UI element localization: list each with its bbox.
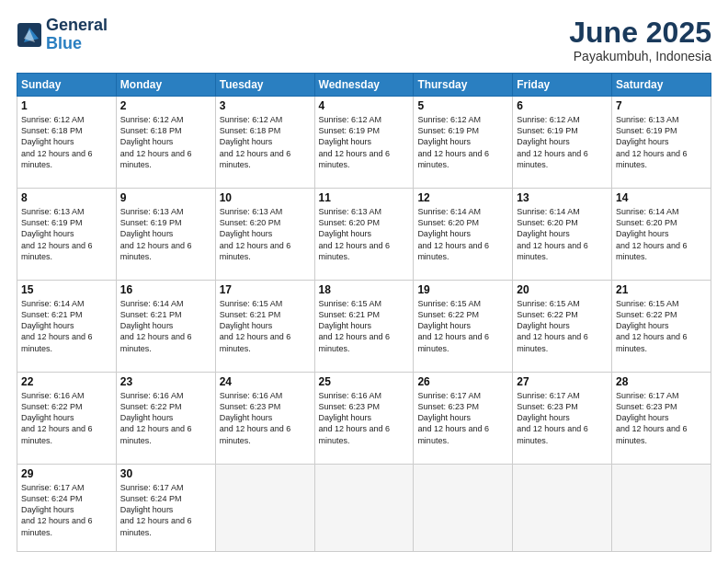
col-monday: Monday [116, 74, 215, 97]
day-number: 10 [220, 191, 311, 204]
table-row: 20 Sunrise: 6:15 AM Sunset: 6:22 PM Dayl… [513, 281, 612, 373]
day-info: Sunrise: 6:15 AM Sunset: 6:22 PM Dayligh… [417, 298, 508, 354]
day-info: Sunrise: 6:17 AM Sunset: 6:23 PM Dayligh… [616, 390, 707, 446]
table-row: 17 Sunrise: 6:15 AM Sunset: 6:21 PM Dayl… [215, 281, 314, 373]
table-row: 13 Sunrise: 6:14 AM Sunset: 6:20 PM Dayl… [513, 189, 612, 281]
table-row: 6 Sunrise: 6:12 AM Sunset: 6:19 PM Dayli… [513, 97, 612, 189]
day-number: 18 [319, 283, 410, 296]
table-row: 29 Sunrise: 6:17 AM Sunset: 6:24 PM Dayl… [17, 464, 117, 551]
table-row: 4 Sunrise: 6:12 AM Sunset: 6:19 PM Dayli… [314, 97, 414, 189]
day-number: 23 [120, 375, 211, 388]
col-sunday: Sunday [17, 74, 117, 97]
day-info: Sunrise: 6:12 AM Sunset: 6:18 PM Dayligh… [120, 114, 211, 170]
day-number: 11 [319, 191, 410, 204]
day-number: 3 [220, 99, 311, 112]
table-row: 7 Sunrise: 6:13 AM Sunset: 6:19 PM Dayli… [612, 97, 711, 189]
table-row: 2 Sunrise: 6:12 AM Sunset: 6:18 PM Dayli… [116, 97, 215, 189]
day-info: Sunrise: 6:13 AM Sunset: 6:19 PM Dayligh… [616, 114, 707, 170]
table-row: 3 Sunrise: 6:12 AM Sunset: 6:18 PM Dayli… [215, 97, 314, 189]
logo-line2: Blue [46, 35, 108, 53]
top-section: General Blue June 2025 Payakumbuh, Indon… [17, 17, 711, 63]
day-info: Sunrise: 6:14 AM Sunset: 6:20 PM Dayligh… [616, 206, 707, 262]
table-row: 28 Sunrise: 6:17 AM Sunset: 6:23 PM Dayl… [612, 373, 711, 465]
day-number: 2 [120, 99, 211, 112]
table-row: 25 Sunrise: 6:16 AM Sunset: 6:23 PM Dayl… [314, 373, 414, 465]
day-number: 1 [21, 99, 112, 112]
day-info: Sunrise: 6:12 AM Sunset: 6:19 PM Dayligh… [417, 114, 508, 170]
month-title: June 2025 [569, 17, 711, 49]
day-info: Sunrise: 6:15 AM Sunset: 6:22 PM Dayligh… [517, 298, 608, 354]
day-number: 22 [21, 375, 112, 388]
table-row: 16 Sunrise: 6:14 AM Sunset: 6:21 PM Dayl… [116, 281, 215, 373]
logo-line1: General [46, 17, 108, 35]
day-number: 5 [417, 99, 508, 112]
day-number: 20 [517, 283, 608, 296]
table-row: 8 Sunrise: 6:13 AM Sunset: 6:19 PM Dayli… [17, 189, 117, 281]
title-section: June 2025 Payakumbuh, Indonesia [569, 17, 711, 63]
table-row: 30 Sunrise: 6:17 AM Sunset: 6:24 PM Dayl… [116, 464, 215, 551]
table-row: 19 Sunrise: 6:15 AM Sunset: 6:22 PM Dayl… [414, 281, 513, 373]
day-number: 30 [120, 467, 211, 480]
day-number: 14 [616, 191, 707, 204]
day-number: 21 [616, 283, 707, 296]
day-number: 25 [319, 375, 410, 388]
calendar-table: Sunday Monday Tuesday Wednesday Thursday… [17, 73, 711, 552]
day-info: Sunrise: 6:16 AM Sunset: 6:22 PM Dayligh… [120, 390, 211, 446]
day-number: 28 [616, 375, 707, 388]
day-number: 13 [517, 191, 608, 204]
day-number: 29 [21, 467, 112, 480]
calendar-header-row: Sunday Monday Tuesday Wednesday Thursday… [17, 74, 711, 97]
table-row: 9 Sunrise: 6:13 AM Sunset: 6:19 PM Dayli… [116, 189, 215, 281]
day-info: Sunrise: 6:13 AM Sunset: 6:20 PM Dayligh… [319, 206, 410, 262]
day-number: 15 [21, 283, 112, 296]
table-row: 23 Sunrise: 6:16 AM Sunset: 6:22 PM Dayl… [116, 373, 215, 465]
table-row: 27 Sunrise: 6:17 AM Sunset: 6:23 PM Dayl… [513, 373, 612, 465]
day-info: Sunrise: 6:16 AM Sunset: 6:23 PM Dayligh… [319, 390, 410, 446]
table-row: 26 Sunrise: 6:17 AM Sunset: 6:23 PM Dayl… [414, 373, 513, 465]
day-info: Sunrise: 6:13 AM Sunset: 6:20 PM Dayligh… [220, 206, 311, 262]
day-number: 6 [517, 99, 608, 112]
day-info: Sunrise: 6:14 AM Sunset: 6:21 PM Dayligh… [21, 298, 112, 354]
col-saturday: Saturday [612, 74, 711, 97]
day-info: Sunrise: 6:15 AM Sunset: 6:21 PM Dayligh… [319, 298, 410, 354]
day-number: 12 [417, 191, 508, 204]
day-number: 4 [319, 99, 410, 112]
location-subtitle: Payakumbuh, Indonesia [569, 49, 711, 63]
table-row: 18 Sunrise: 6:15 AM Sunset: 6:21 PM Dayl… [314, 281, 414, 373]
col-wednesday: Wednesday [314, 74, 414, 97]
day-number: 7 [616, 99, 707, 112]
day-info: Sunrise: 6:16 AM Sunset: 6:22 PM Dayligh… [21, 390, 112, 446]
day-number: 19 [417, 283, 508, 296]
day-info: Sunrise: 6:12 AM Sunset: 6:18 PM Dayligh… [220, 114, 311, 170]
day-number: 16 [120, 283, 211, 296]
table-row: 15 Sunrise: 6:14 AM Sunset: 6:21 PM Dayl… [17, 281, 117, 373]
day-info: Sunrise: 6:14 AM Sunset: 6:20 PM Dayligh… [517, 206, 608, 262]
day-info: Sunrise: 6:13 AM Sunset: 6:19 PM Dayligh… [120, 206, 211, 262]
day-info: Sunrise: 6:16 AM Sunset: 6:23 PM Dayligh… [220, 390, 311, 446]
table-row: 14 Sunrise: 6:14 AM Sunset: 6:20 PM Dayl… [612, 189, 711, 281]
day-info: Sunrise: 6:15 AM Sunset: 6:22 PM Dayligh… [616, 298, 707, 354]
day-info: Sunrise: 6:17 AM Sunset: 6:23 PM Dayligh… [517, 390, 608, 446]
table-row [612, 464, 711, 551]
table-row: 10 Sunrise: 6:13 AM Sunset: 6:20 PM Dayl… [215, 189, 314, 281]
col-thursday: Thursday [414, 74, 513, 97]
day-info: Sunrise: 6:17 AM Sunset: 6:24 PM Dayligh… [120, 482, 211, 538]
page: General Blue June 2025 Payakumbuh, Indon… [0, 0, 728, 563]
day-number: 26 [417, 375, 508, 388]
table-row: 24 Sunrise: 6:16 AM Sunset: 6:23 PM Dayl… [215, 373, 314, 465]
day-info: Sunrise: 6:13 AM Sunset: 6:19 PM Dayligh… [21, 206, 112, 262]
table-row: 21 Sunrise: 6:15 AM Sunset: 6:22 PM Dayl… [612, 281, 711, 373]
day-info: Sunrise: 6:17 AM Sunset: 6:23 PM Dayligh… [417, 390, 508, 446]
day-info: Sunrise: 6:12 AM Sunset: 6:19 PM Dayligh… [319, 114, 410, 170]
logo-icon [17, 22, 42, 48]
day-info: Sunrise: 6:17 AM Sunset: 6:24 PM Dayligh… [21, 482, 112, 538]
day-info: Sunrise: 6:14 AM Sunset: 6:21 PM Dayligh… [120, 298, 211, 354]
col-tuesday: Tuesday [215, 74, 314, 97]
logo: General Blue [17, 17, 108, 53]
table-row: 5 Sunrise: 6:12 AM Sunset: 6:19 PM Dayli… [414, 97, 513, 189]
table-row [414, 464, 513, 551]
col-friday: Friday [513, 74, 612, 97]
day-info: Sunrise: 6:12 AM Sunset: 6:19 PM Dayligh… [517, 114, 608, 170]
table-row [314, 464, 414, 551]
day-number: 17 [220, 283, 311, 296]
